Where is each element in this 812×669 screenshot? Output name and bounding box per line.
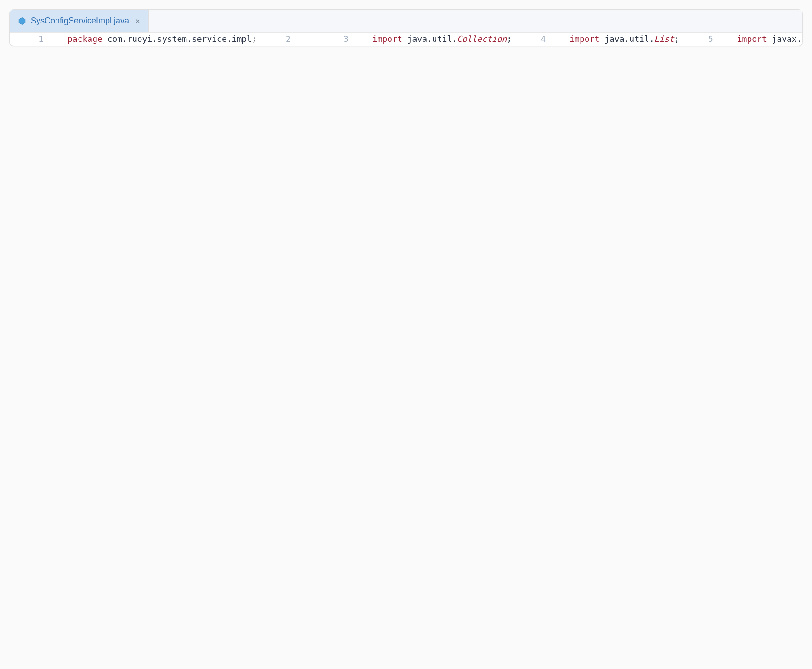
code-line-row[interactable]: 4import java.util.List; [512, 33, 679, 46]
editor-window: SysConfigServiceImpl.java × 1package com… [9, 9, 803, 46]
tab-filename: SysConfigServiceImpl.java [31, 16, 129, 26]
code-line-row[interactable]: 1package com.ruoyi.system.service.impl; [10, 33, 257, 46]
tab-bar: SysConfigServiceImpl.java × [10, 10, 802, 33]
code-line[interactable]: import javax.annotation.PostConstruct; [737, 33, 803, 46]
code-line-row[interactable]: 2 [257, 33, 315, 46]
code-editor[interactable]: 1package com.ruoyi.system.service.impl;2… [10, 33, 802, 46]
line-number: 4 [541, 33, 546, 46]
svg-marker-0 [19, 17, 25, 24]
java-file-icon [18, 17, 26, 25]
code-line-row[interactable]: 5import javax.annotation.PostConstruct; [679, 33, 803, 46]
line-number: 5 [708, 33, 713, 46]
line-number: 3 [344, 33, 349, 46]
line-number: 2 [286, 33, 291, 46]
code-line[interactable]: import java.util.List; [570, 33, 679, 46]
code-line[interactable]: package com.ruoyi.system.service.impl; [68, 33, 257, 46]
close-icon[interactable]: × [135, 17, 140, 25]
code-line[interactable]: import java.util.Collection; [372, 33, 512, 46]
line-number: 1 [39, 33, 44, 46]
code-line-row[interactable]: 3import java.util.Collection; [315, 33, 512, 46]
tab-file[interactable]: SysConfigServiceImpl.java × [10, 10, 149, 32]
